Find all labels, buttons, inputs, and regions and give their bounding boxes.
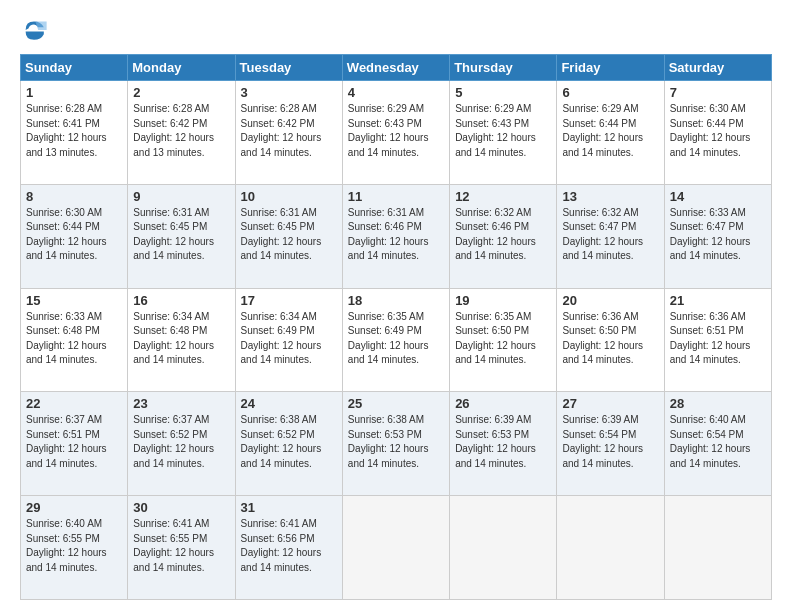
day-info: Sunrise: 6:29 AM Sunset: 6:43 PM Dayligh… [455,102,551,160]
day-number: 3 [241,85,337,100]
calendar-cell: 14 Sunrise: 6:33 AM Sunset: 6:47 PM Dayl… [664,184,771,288]
day-info: Sunrise: 6:38 AM Sunset: 6:52 PM Dayligh… [241,413,337,471]
calendar-row: 22 Sunrise: 6:37 AM Sunset: 6:51 PM Dayl… [21,392,772,496]
calendar-cell: 8 Sunrise: 6:30 AM Sunset: 6:44 PM Dayli… [21,184,128,288]
day-info: Sunrise: 6:33 AM Sunset: 6:48 PM Dayligh… [26,310,122,368]
day-number: 27 [562,396,658,411]
day-number: 8 [26,189,122,204]
day-number: 6 [562,85,658,100]
day-info: Sunrise: 6:33 AM Sunset: 6:47 PM Dayligh… [670,206,766,264]
page: Sunday Monday Tuesday Wednesday Thursday… [0,0,792,612]
day-number: 21 [670,293,766,308]
calendar-cell: 17 Sunrise: 6:34 AM Sunset: 6:49 PM Dayl… [235,288,342,392]
day-info: Sunrise: 6:38 AM Sunset: 6:53 PM Dayligh… [348,413,444,471]
day-info: Sunrise: 6:29 AM Sunset: 6:44 PM Dayligh… [562,102,658,160]
day-number: 10 [241,189,337,204]
calendar-cell: 30 Sunrise: 6:41 AM Sunset: 6:55 PM Dayl… [128,496,235,600]
col-sunday: Sunday [21,55,128,81]
day-number: 24 [241,396,337,411]
calendar-cell: 26 Sunrise: 6:39 AM Sunset: 6:53 PM Dayl… [450,392,557,496]
col-friday: Friday [557,55,664,81]
day-info: Sunrise: 6:35 AM Sunset: 6:50 PM Dayligh… [455,310,551,368]
calendar-cell: 31 Sunrise: 6:41 AM Sunset: 6:56 PM Dayl… [235,496,342,600]
calendar-cell: 13 Sunrise: 6:32 AM Sunset: 6:47 PM Dayl… [557,184,664,288]
day-number: 31 [241,500,337,515]
col-thursday: Thursday [450,55,557,81]
col-tuesday: Tuesday [235,55,342,81]
calendar-cell [450,496,557,600]
day-info: Sunrise: 6:34 AM Sunset: 6:49 PM Dayligh… [241,310,337,368]
day-number: 16 [133,293,229,308]
col-wednesday: Wednesday [342,55,449,81]
calendar-cell: 11 Sunrise: 6:31 AM Sunset: 6:46 PM Dayl… [342,184,449,288]
day-info: Sunrise: 6:28 AM Sunset: 6:42 PM Dayligh… [133,102,229,160]
calendar-row: 29 Sunrise: 6:40 AM Sunset: 6:55 PM Dayl… [21,496,772,600]
day-info: Sunrise: 6:36 AM Sunset: 6:51 PM Dayligh… [670,310,766,368]
day-number: 13 [562,189,658,204]
day-info: Sunrise: 6:32 AM Sunset: 6:46 PM Dayligh… [455,206,551,264]
day-info: Sunrise: 6:37 AM Sunset: 6:52 PM Dayligh… [133,413,229,471]
calendar-cell: 7 Sunrise: 6:30 AM Sunset: 6:44 PM Dayli… [664,81,771,185]
day-info: Sunrise: 6:34 AM Sunset: 6:48 PM Dayligh… [133,310,229,368]
calendar: Sunday Monday Tuesday Wednesday Thursday… [20,54,772,600]
calendar-cell: 23 Sunrise: 6:37 AM Sunset: 6:52 PM Dayl… [128,392,235,496]
day-number: 30 [133,500,229,515]
day-number: 23 [133,396,229,411]
calendar-row: 1 Sunrise: 6:28 AM Sunset: 6:41 PM Dayli… [21,81,772,185]
calendar-cell: 29 Sunrise: 6:40 AM Sunset: 6:55 PM Dayl… [21,496,128,600]
calendar-row: 15 Sunrise: 6:33 AM Sunset: 6:48 PM Dayl… [21,288,772,392]
logo-icon [20,16,48,44]
day-number: 22 [26,396,122,411]
day-info: Sunrise: 6:39 AM Sunset: 6:54 PM Dayligh… [562,413,658,471]
day-info: Sunrise: 6:32 AM Sunset: 6:47 PM Dayligh… [562,206,658,264]
calendar-cell: 27 Sunrise: 6:39 AM Sunset: 6:54 PM Dayl… [557,392,664,496]
day-info: Sunrise: 6:28 AM Sunset: 6:41 PM Dayligh… [26,102,122,160]
day-number: 28 [670,396,766,411]
day-number: 2 [133,85,229,100]
calendar-cell: 28 Sunrise: 6:40 AM Sunset: 6:54 PM Dayl… [664,392,771,496]
calendar-header-row: Sunday Monday Tuesday Wednesday Thursday… [21,55,772,81]
day-info: Sunrise: 6:28 AM Sunset: 6:42 PM Dayligh… [241,102,337,160]
calendar-cell: 9 Sunrise: 6:31 AM Sunset: 6:45 PM Dayli… [128,184,235,288]
day-info: Sunrise: 6:41 AM Sunset: 6:56 PM Dayligh… [241,517,337,575]
day-number: 4 [348,85,444,100]
day-number: 18 [348,293,444,308]
day-info: Sunrise: 6:30 AM Sunset: 6:44 PM Dayligh… [670,102,766,160]
calendar-cell: 22 Sunrise: 6:37 AM Sunset: 6:51 PM Dayl… [21,392,128,496]
day-info: Sunrise: 6:36 AM Sunset: 6:50 PM Dayligh… [562,310,658,368]
day-number: 1 [26,85,122,100]
calendar-cell: 3 Sunrise: 6:28 AM Sunset: 6:42 PM Dayli… [235,81,342,185]
calendar-cell: 1 Sunrise: 6:28 AM Sunset: 6:41 PM Dayli… [21,81,128,185]
calendar-cell: 4 Sunrise: 6:29 AM Sunset: 6:43 PM Dayli… [342,81,449,185]
calendar-cell: 2 Sunrise: 6:28 AM Sunset: 6:42 PM Dayli… [128,81,235,185]
logo [20,16,52,44]
day-info: Sunrise: 6:29 AM Sunset: 6:43 PM Dayligh… [348,102,444,160]
day-number: 5 [455,85,551,100]
day-number: 26 [455,396,551,411]
calendar-cell: 25 Sunrise: 6:38 AM Sunset: 6:53 PM Dayl… [342,392,449,496]
day-info: Sunrise: 6:31 AM Sunset: 6:45 PM Dayligh… [241,206,337,264]
day-number: 14 [670,189,766,204]
col-saturday: Saturday [664,55,771,81]
calendar-cell [342,496,449,600]
day-info: Sunrise: 6:37 AM Sunset: 6:51 PM Dayligh… [26,413,122,471]
day-number: 7 [670,85,766,100]
day-number: 17 [241,293,337,308]
day-number: 29 [26,500,122,515]
day-number: 11 [348,189,444,204]
calendar-cell [664,496,771,600]
calendar-cell: 5 Sunrise: 6:29 AM Sunset: 6:43 PM Dayli… [450,81,557,185]
day-number: 12 [455,189,551,204]
calendar-cell: 18 Sunrise: 6:35 AM Sunset: 6:49 PM Dayl… [342,288,449,392]
calendar-cell [557,496,664,600]
day-info: Sunrise: 6:31 AM Sunset: 6:46 PM Dayligh… [348,206,444,264]
calendar-cell: 12 Sunrise: 6:32 AM Sunset: 6:46 PM Dayl… [450,184,557,288]
calendar-cell: 15 Sunrise: 6:33 AM Sunset: 6:48 PM Dayl… [21,288,128,392]
day-info: Sunrise: 6:30 AM Sunset: 6:44 PM Dayligh… [26,206,122,264]
calendar-row: 8 Sunrise: 6:30 AM Sunset: 6:44 PM Dayli… [21,184,772,288]
day-info: Sunrise: 6:40 AM Sunset: 6:54 PM Dayligh… [670,413,766,471]
day-info: Sunrise: 6:35 AM Sunset: 6:49 PM Dayligh… [348,310,444,368]
calendar-cell: 24 Sunrise: 6:38 AM Sunset: 6:52 PM Dayl… [235,392,342,496]
day-number: 9 [133,189,229,204]
calendar-cell: 19 Sunrise: 6:35 AM Sunset: 6:50 PM Dayl… [450,288,557,392]
